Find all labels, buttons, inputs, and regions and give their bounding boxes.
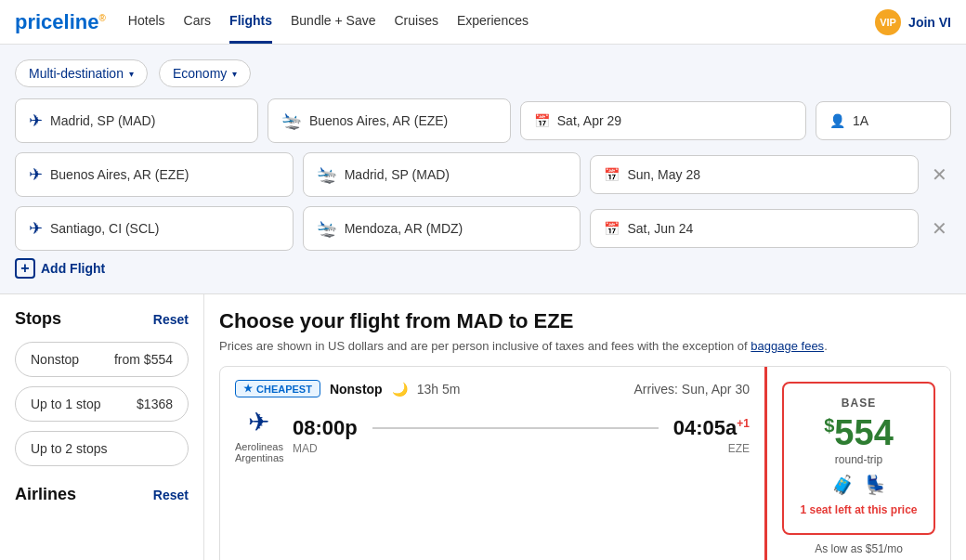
arrival-plane-icon: 🛬: [317, 164, 337, 185]
chevron-down-icon: ▾: [232, 69, 237, 79]
destination-input-2[interactable]: 🛬 Madrid, SP (MAD): [303, 152, 581, 197]
nav-links: Hotels Cars Flights Bundle + Save Cruise…: [128, 0, 875, 44]
airlines-title: Airlines: [15, 485, 76, 504]
time-row: 08:00p 04:05a+1: [293, 416, 750, 440]
destination-input-3[interactable]: 🛬 Mendoza, AR (MDZ): [303, 206, 581, 251]
stops-title: Stops: [15, 309, 61, 329]
seat-left-label: 1 seat left at this price: [800, 503, 917, 516]
remove-row-3-button[interactable]: ✕: [928, 214, 951, 243]
arrives-text: Arrives: Sun, Apr 30: [633, 382, 750, 397]
arrive-time: 04:05a+1: [673, 416, 750, 440]
next-day-indicator: +1: [737, 416, 750, 429]
departure-plane-icon: ✈: [29, 164, 43, 185]
add-flight-button[interactable]: + Add Flight: [15, 258, 105, 279]
nav-experiences[interactable]: Experiences: [457, 0, 529, 44]
times-area: 08:00p 04:05a+1 MAD EZE: [293, 416, 750, 455]
arrival-plane-icon: 🛬: [281, 111, 302, 131]
flight-duration: 13h 5m: [417, 382, 461, 397]
flight-type: Nonstop: [330, 382, 383, 397]
flight-card[interactable]: ★ CHEAPEST Nonstop 🌙 13h 5m Arrives: Sun…: [219, 366, 951, 560]
price-base-label: BASE: [842, 397, 876, 410]
flight-details: ✈ Aerolineas Argentinas 08:00p 04:05a+1: [235, 407, 750, 463]
departure-plane-icon: ✈: [29, 111, 43, 131]
one-stop-label: Up to 1 stop: [31, 397, 101, 411]
two-stops-label: Up to 2 stops: [31, 441, 108, 456]
main-content: Stops Reset Nonstop from $554 Up to 1 st…: [0, 294, 966, 560]
calendar-icon: 📅: [604, 167, 620, 182]
price-panel-border: BASE $554 round-trip 🧳 💺 1 seat left at …: [782, 382, 935, 535]
join-vip-link[interactable]: Join VI: [908, 15, 951, 30]
sidebar: Stops Reset Nonstop from $554 Up to 1 st…: [0, 294, 204, 560]
date-input-3[interactable]: 📅 Sat, Jun 24: [590, 209, 919, 248]
two-stops-filter[interactable]: Up to 2 stops: [15, 431, 189, 466]
seat-icon: 💺: [864, 474, 887, 496]
nonstop-filter[interactable]: Nonstop from $554: [15, 342, 189, 377]
arrive-airport: EZE: [728, 442, 750, 455]
amenities-icons: 🧳 💺: [831, 474, 887, 496]
airlines-reset-button[interactable]: Reset: [153, 488, 189, 502]
nav-flights[interactable]: Flights: [229, 0, 272, 44]
nav-right: VIP Join VI: [875, 9, 951, 35]
airlines-header: Airlines Reset: [15, 485, 189, 504]
arrival-plane-icon: 🛬: [317, 218, 337, 239]
airline-logo: ✈ Aerolineas Argentinas: [235, 407, 281, 463]
one-stop-price: $1368: [137, 397, 173, 411]
flight-line: [372, 427, 659, 429]
origin-input-1[interactable]: ✈ Madrid, SP (MAD): [15, 98, 258, 143]
person-icon: 👤: [829, 113, 845, 128]
results-panel: Choose your flight from MAD to EZE Price…: [204, 294, 966, 560]
low-price-label: As low as $51/mo: [815, 542, 903, 555]
moon-icon: 🌙: [392, 382, 408, 397]
calendar-icon: 📅: [534, 113, 550, 128]
vip-badge: VIP: [875, 9, 901, 35]
round-trip-label: round-trip: [835, 453, 882, 466]
cabin-class-dropdown[interactable]: Economy ▾: [159, 59, 251, 87]
airline-name: Aerolineas Argentinas: [235, 441, 281, 463]
nonstop-label: Nonstop: [31, 352, 79, 367]
origin-input-2[interactable]: ✈ Buenos Aires, AR (EZE): [15, 152, 294, 197]
search-area: Multi-destination ▾ Economy ▾ ✈ Madrid, …: [0, 45, 966, 294]
star-icon: ★: [243, 383, 253, 395]
depart-time: 08:00p: [293, 416, 358, 440]
origin-input-3[interactable]: ✈ Santiago, CI (SCL): [15, 206, 294, 251]
flight-row-1: ✈ Madrid, SP (MAD) 🛬 Buenos Aires, AR (E…: [15, 98, 951, 143]
stops-filter-header: Stops Reset: [15, 309, 189, 329]
one-stop-filter[interactable]: Up to 1 stop $1368: [15, 386, 189, 422]
flight-rows: ✈ Madrid, SP (MAD) 🛬 Buenos Aires, AR (E…: [15, 98, 951, 251]
calendar-icon: 📅: [604, 221, 620, 236]
nav-hotels[interactable]: Hotels: [128, 0, 165, 44]
chevron-down-icon: ▾: [129, 69, 134, 79]
price-panel[interactable]: BASE $554 round-trip 🧳 💺 1 seat left at …: [764, 367, 950, 560]
bag-icon: 🧳: [831, 474, 855, 496]
cheapest-badge: ★ CHEAPEST: [235, 380, 320, 397]
departure-plane-icon: ✈: [29, 218, 43, 239]
search-options: Multi-destination ▾ Economy ▾: [15, 59, 951, 87]
depart-airport: MAD: [293, 442, 318, 455]
flight-row-3: ✈ Santiago, CI (SCL) 🛬 Mendoza, AR (MDZ)…: [15, 206, 951, 251]
airports: MAD EZE: [293, 442, 750, 455]
results-subtitle: Prices are shown in US dollars and are p…: [219, 339, 951, 353]
plus-icon: +: [15, 258, 35, 279]
nonstop-price: from $554: [114, 352, 173, 367]
baggage-fees-link[interactable]: baggage fees: [751, 339, 824, 353]
results-title: Choose your flight from MAD to EZE: [219, 309, 951, 333]
price-amount: $554: [824, 413, 894, 453]
nav-cars[interactable]: Cars: [184, 0, 212, 44]
destination-input-1[interactable]: 🛬 Buenos Aires, AR (EZE): [268, 98, 511, 143]
trip-type-dropdown[interactable]: Multi-destination ▾: [15, 59, 148, 87]
dollar-sign: $: [824, 415, 834, 436]
date-input-2[interactable]: 📅 Sun, May 28: [590, 155, 919, 194]
priceline-logo[interactable]: priceline®: [15, 10, 106, 34]
nav-cruises[interactable]: Cruises: [394, 0, 437, 44]
remove-row-2-button[interactable]: ✕: [928, 160, 951, 189]
date-input-1[interactable]: 📅 Sat, Apr 29: [520, 101, 806, 140]
card-top-bar: ★ CHEAPEST Nonstop 🌙 13h 5m Arrives: Sun…: [235, 380, 750, 397]
pax-input[interactable]: 👤 1A: [816, 101, 951, 140]
flight-row-2: ✈ Buenos Aires, AR (EZE) 🛬 Madrid, SP (M…: [15, 152, 951, 197]
navbar: priceline® Hotels Cars Flights Bundle + …: [0, 0, 966, 45]
flight-card-left: ★ CHEAPEST Nonstop 🌙 13h 5m Arrives: Sun…: [220, 367, 764, 560]
nav-bundle[interactable]: Bundle + Save: [291, 0, 375, 44]
stops-reset-button[interactable]: Reset: [153, 312, 189, 327]
airline-plane-icon: ✈: [235, 407, 281, 437]
